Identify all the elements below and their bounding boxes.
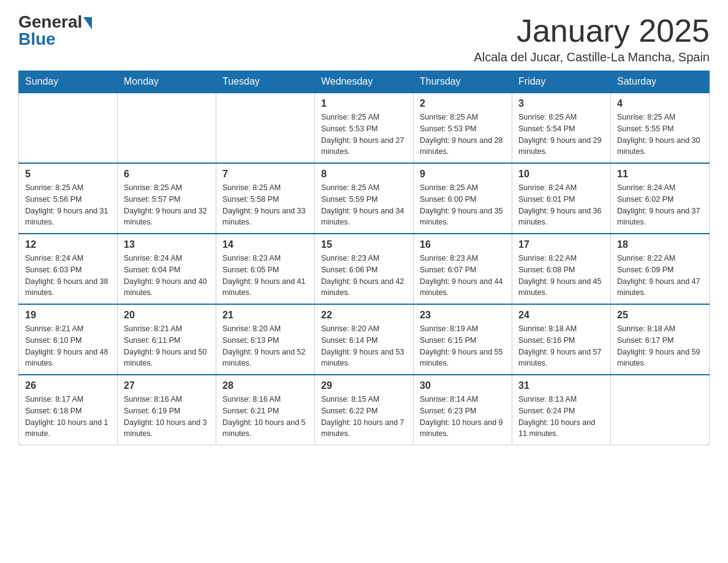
calendar-cell: 16Sunrise: 8:23 AM Sunset: 6:07 PM Dayli… [414,234,512,304]
calendar-cell: 19Sunrise: 8:21 AM Sunset: 6:10 PM Dayli… [19,304,118,375]
day-number: 29 [321,380,407,391]
calendar-cell: 5Sunrise: 8:25 AM Sunset: 5:56 PM Daylig… [19,163,118,234]
logo-blue-text: Blue [18,29,56,49]
calendar-cell: 1Sunrise: 8:25 AM Sunset: 5:53 PM Daylig… [315,93,414,163]
day-number: 9 [420,169,506,180]
day-number: 13 [124,239,210,250]
calendar-cell [118,93,216,163]
calendar-cell: 10Sunrise: 8:24 AM Sunset: 6:01 PM Dayli… [512,163,611,234]
calendar-week-row: 1Sunrise: 8:25 AM Sunset: 5:53 PM Daylig… [19,93,710,163]
calendar-cell: 15Sunrise: 8:23 AM Sunset: 6:06 PM Dayli… [315,234,414,304]
day-info: Sunrise: 8:24 AM Sunset: 6:04 PM Dayligh… [124,253,210,299]
day-info: Sunrise: 8:15 AM Sunset: 6:22 PM Dayligh… [321,394,407,440]
day-number: 16 [420,239,506,250]
weekday-header-saturday: Saturday [611,71,710,93]
day-info: Sunrise: 8:20 AM Sunset: 6:14 PM Dayligh… [321,323,407,369]
calendar-cell: 30Sunrise: 8:14 AM Sunset: 6:23 PM Dayli… [414,375,512,445]
day-number: 15 [321,239,407,250]
day-number: 21 [222,310,308,321]
calendar-cell: 3Sunrise: 8:25 AM Sunset: 5:54 PM Daylig… [512,93,611,163]
day-number: 12 [25,239,111,250]
calendar-cell: 26Sunrise: 8:17 AM Sunset: 6:18 PM Dayli… [19,375,118,445]
day-number: 20 [124,310,210,321]
day-number: 8 [321,169,407,180]
title-block: January 2025 Alcala del Jucar, Castille-… [474,12,710,64]
weekday-header-monday: Monday [118,71,216,93]
day-info: Sunrise: 8:18 AM Sunset: 6:16 PM Dayligh… [518,323,604,369]
day-number: 17 [518,239,604,250]
calendar-cell [216,93,315,163]
day-info: Sunrise: 8:25 AM Sunset: 5:53 PM Dayligh… [321,112,407,158]
day-number: 26 [25,380,111,391]
day-info: Sunrise: 8:25 AM Sunset: 5:55 PM Dayligh… [617,112,703,158]
calendar-cell: 9Sunrise: 8:25 AM Sunset: 6:00 PM Daylig… [414,163,512,234]
day-info: Sunrise: 8:25 AM Sunset: 5:53 PM Dayligh… [420,112,506,158]
calendar-cell: 29Sunrise: 8:15 AM Sunset: 6:22 PM Dayli… [315,375,414,445]
day-info: Sunrise: 8:25 AM Sunset: 5:57 PM Dayligh… [124,182,210,228]
month-title: January 2025 [474,12,710,49]
day-info: Sunrise: 8:22 AM Sunset: 6:09 PM Dayligh… [617,253,703,299]
day-info: Sunrise: 8:23 AM Sunset: 6:06 PM Dayligh… [321,253,407,299]
calendar-cell: 18Sunrise: 8:22 AM Sunset: 6:09 PM Dayli… [611,234,710,304]
day-number: 18 [617,239,703,250]
calendar-cell [19,93,118,163]
calendar-cell [611,375,710,445]
calendar-week-row: 12Sunrise: 8:24 AM Sunset: 6:03 PM Dayli… [19,234,710,304]
day-info: Sunrise: 8:25 AM Sunset: 5:54 PM Dayligh… [518,112,604,158]
day-number: 19 [25,310,111,321]
calendar-cell: 24Sunrise: 8:18 AM Sunset: 6:16 PM Dayli… [512,304,611,375]
calendar-cell: 20Sunrise: 8:21 AM Sunset: 6:11 PM Dayli… [118,304,216,375]
page-header: General Blue January 2025 Alcala del Juc… [18,12,710,64]
day-number: 1 [321,98,407,109]
calendar-cell: 14Sunrise: 8:23 AM Sunset: 6:05 PM Dayli… [216,234,315,304]
weekday-header-tuesday: Tuesday [216,71,315,93]
day-info: Sunrise: 8:22 AM Sunset: 6:08 PM Dayligh… [518,253,604,299]
day-number: 28 [222,380,308,391]
day-number: 25 [617,310,703,321]
day-number: 11 [617,169,703,180]
calendar-header-row: SundayMondayTuesdayWednesdayThursdayFrid… [19,71,710,93]
day-number: 30 [420,380,506,391]
weekday-header-friday: Friday [512,71,611,93]
calendar-week-row: 19Sunrise: 8:21 AM Sunset: 6:10 PM Dayli… [19,304,710,375]
day-info: Sunrise: 8:23 AM Sunset: 6:07 PM Dayligh… [420,253,506,299]
calendar-cell: 7Sunrise: 8:25 AM Sunset: 5:58 PM Daylig… [216,163,315,234]
day-info: Sunrise: 8:21 AM Sunset: 6:10 PM Dayligh… [25,323,111,369]
calendar-cell: 17Sunrise: 8:22 AM Sunset: 6:08 PM Dayli… [512,234,611,304]
calendar-table: SundayMondayTuesdayWednesdayThursdayFrid… [18,71,710,445]
day-number: 5 [25,169,111,180]
day-number: 22 [321,310,407,321]
day-info: Sunrise: 8:17 AM Sunset: 6:18 PM Dayligh… [25,394,111,440]
calendar-week-row: 5Sunrise: 8:25 AM Sunset: 5:56 PM Daylig… [19,163,710,234]
calendar-cell: 6Sunrise: 8:25 AM Sunset: 5:57 PM Daylig… [118,163,216,234]
calendar-cell: 4Sunrise: 8:25 AM Sunset: 5:55 PM Daylig… [611,93,710,163]
logo-triangle-icon [83,17,92,29]
location-title: Alcala del Jucar, Castille-La Mancha, Sp… [474,50,710,64]
calendar-cell: 25Sunrise: 8:18 AM Sunset: 6:17 PM Dayli… [611,304,710,375]
calendar-cell: 31Sunrise: 8:13 AM Sunset: 6:24 PM Dayli… [512,375,611,445]
calendar-cell: 12Sunrise: 8:24 AM Sunset: 6:03 PM Dayli… [19,234,118,304]
day-number: 6 [124,169,210,180]
day-info: Sunrise: 8:25 AM Sunset: 6:00 PM Dayligh… [420,182,506,228]
day-number: 14 [222,239,308,250]
calendar-cell: 8Sunrise: 8:25 AM Sunset: 5:59 PM Daylig… [315,163,414,234]
weekday-header-wednesday: Wednesday [315,71,414,93]
day-number: 3 [518,98,604,109]
day-number: 23 [420,310,506,321]
day-info: Sunrise: 8:23 AM Sunset: 6:05 PM Dayligh… [222,253,308,299]
day-number: 10 [518,169,604,180]
calendar-cell: 21Sunrise: 8:20 AM Sunset: 6:13 PM Dayli… [216,304,315,375]
day-number: 24 [518,310,604,321]
day-info: Sunrise: 8:19 AM Sunset: 6:15 PM Dayligh… [420,323,506,369]
day-info: Sunrise: 8:16 AM Sunset: 6:21 PM Dayligh… [222,394,308,440]
day-info: Sunrise: 8:21 AM Sunset: 6:11 PM Dayligh… [124,323,210,369]
calendar-cell: 22Sunrise: 8:20 AM Sunset: 6:14 PM Dayli… [315,304,414,375]
calendar-cell: 13Sunrise: 8:24 AM Sunset: 6:04 PM Dayli… [118,234,216,304]
day-info: Sunrise: 8:14 AM Sunset: 6:23 PM Dayligh… [420,394,506,440]
day-info: Sunrise: 8:24 AM Sunset: 6:01 PM Dayligh… [518,182,604,228]
day-number: 27 [124,380,210,391]
day-number: 2 [420,98,506,109]
calendar-cell: 11Sunrise: 8:24 AM Sunset: 6:02 PM Dayli… [611,163,710,234]
calendar-cell: 23Sunrise: 8:19 AM Sunset: 6:15 PM Dayli… [414,304,512,375]
calendar-cell: 27Sunrise: 8:16 AM Sunset: 6:19 PM Dayli… [118,375,216,445]
